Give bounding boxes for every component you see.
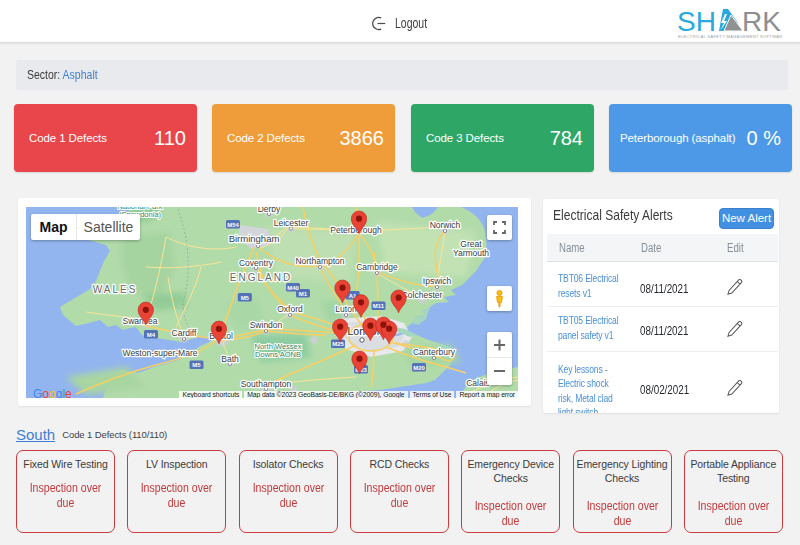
svg-text:Colchester: Colchester (402, 290, 443, 300)
svg-text:M25: M25 (332, 341, 344, 347)
svg-text:Northampton: Northampton (295, 256, 344, 266)
svg-text:M4: M4 (147, 332, 156, 338)
svg-text:Oxford: Oxford (277, 304, 303, 314)
svg-text:Swansea: Swansea (123, 316, 158, 326)
svg-text:M11: M11 (373, 303, 385, 309)
svg-text:Bath: Bath (221, 354, 239, 364)
svg-text:Coventry: Coventry (239, 258, 274, 268)
svg-text:Yarmouth: Yarmouth (453, 248, 489, 258)
svg-text:Norwich: Norwich (430, 220, 461, 230)
svg-text:ENGLAND: ENGLAND (230, 272, 292, 283)
svg-text:Birmingham: Birmingham (229, 233, 280, 244)
svg-text:Weston-super-Mare: Weston-super-Mare (123, 348, 198, 358)
svg-text:M5: M5 (241, 295, 250, 301)
svg-text:SH: SH (678, 6, 716, 37)
svg-text:Downs AONB: Downs AONB (255, 350, 301, 359)
svg-text:M20: M20 (413, 365, 425, 371)
svg-text:Cardiff: Cardiff (172, 328, 198, 338)
svg-text:M1: M1 (299, 291, 308, 297)
svg-text:M5: M5 (192, 362, 201, 368)
svg-text:M40: M40 (287, 285, 299, 291)
svg-text:Derby: Derby (258, 207, 281, 214)
svg-text:Ipswich: Ipswich (423, 276, 452, 286)
svg-text:ELECTRICAL SAFETY MANAGEMENT S: ELECTRICAL SAFETY MANAGEMENT SOFTWARE (678, 34, 782, 39)
svg-text:Swindon: Swindon (250, 320, 283, 330)
svg-text:M54: M54 (227, 222, 239, 228)
svg-text:WALES: WALES (93, 284, 138, 295)
svg-text:Canterbury: Canterbury (413, 347, 456, 357)
svg-text:Leicester: Leicester (274, 218, 309, 228)
svg-text:Southampton: Southampton (241, 379, 292, 389)
svg-text:Cambridge: Cambridge (356, 262, 398, 272)
svg-text:RK: RK (742, 6, 781, 37)
